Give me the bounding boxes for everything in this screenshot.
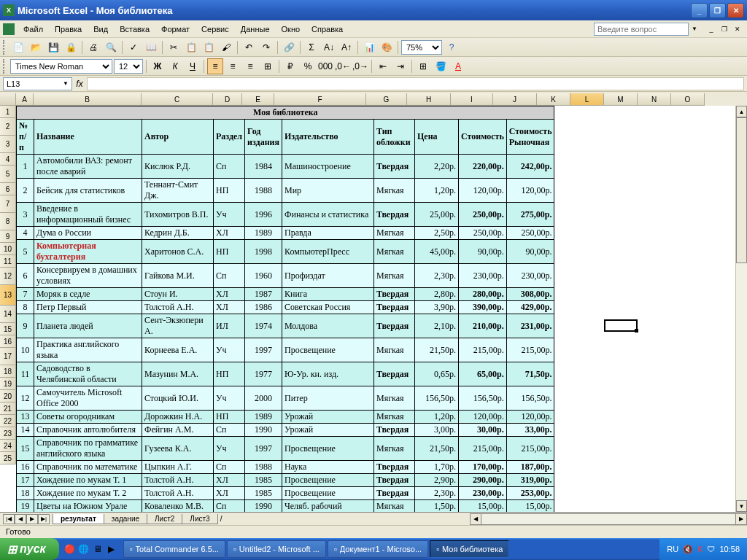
menu-правка[interactable]: Правка xyxy=(49,23,88,36)
menu-справка[interactable]: Справка xyxy=(306,23,349,36)
antivirus-icon[interactable]: K xyxy=(697,545,703,553)
row-header-21[interactable]: 21 xyxy=(0,402,16,415)
percent-icon[interactable]: % xyxy=(300,58,316,74)
col-header-H[interactable]: H xyxy=(407,93,451,106)
row-header-18[interactable]: 18 xyxy=(0,365,16,378)
sheet-tab-задание[interactable]: задание xyxy=(104,514,147,524)
font-combo[interactable]: Times New Roman xyxy=(10,59,112,74)
research-icon[interactable]: 📖 xyxy=(143,39,159,55)
sheet-tab-результат[interactable]: результат xyxy=(53,514,104,524)
horizontal-scrollbar[interactable]: ◀ ▶ xyxy=(470,513,747,525)
zoom-combo[interactable]: 75% xyxy=(401,40,442,55)
row-header-7[interactable]: 7 xyxy=(0,195,16,213)
tray-icon[interactable]: 🔇 xyxy=(683,545,693,554)
print-icon[interactable]: 🖨 xyxy=(85,39,101,55)
spellcheck-icon[interactable]: ✓ xyxy=(125,39,142,55)
cut-icon[interactable]: ✂ xyxy=(166,39,182,55)
hyperlink-icon[interactable]: 🔗 xyxy=(281,39,297,55)
next-sheet-icon[interactable]: ▶ xyxy=(26,514,38,524)
borders-icon[interactable]: ⊞ xyxy=(415,58,431,74)
align-center-icon[interactable]: ≡ xyxy=(225,58,241,74)
row-header-8[interactable]: 8 xyxy=(0,213,16,230)
sheet-tab-Лист3[interactable]: Лист3 xyxy=(182,514,217,524)
copy-icon[interactable]: 📋 xyxy=(183,39,199,55)
help-search[interactable] xyxy=(594,23,689,36)
paste-icon[interactable]: 📋 xyxy=(201,39,217,55)
sort-asc-icon[interactable]: A↓ xyxy=(321,39,337,55)
menu-вид[interactable]: Вид xyxy=(88,23,114,36)
row-header-13[interactable]: 13 xyxy=(0,285,16,306)
undo-icon[interactable]: ↶ xyxy=(241,39,257,55)
first-sheet-icon[interactable]: |◀ xyxy=(3,514,15,524)
increase-decimal-icon[interactable]: ,0← xyxy=(335,58,351,74)
sheet-tab-Лист2[interactable]: Лист2 xyxy=(147,514,182,524)
chevron-down-icon[interactable]: ▼ xyxy=(63,80,69,87)
align-left-icon[interactable]: ≡ xyxy=(207,58,223,74)
cells-area[interactable]: Моя библиотека№ п/пНазваниеАвторРазделГо… xyxy=(16,106,747,512)
scroll-right-icon[interactable]: ▶ xyxy=(735,513,747,525)
row-header-20[interactable]: 20 xyxy=(0,390,16,402)
clock[interactable]: 10:58 xyxy=(719,545,740,553)
row-header-14[interactable]: 14 xyxy=(0,306,16,323)
col-header-F[interactable]: F xyxy=(274,93,366,106)
select-all-corner[interactable] xyxy=(0,93,16,106)
last-sheet-icon[interactable]: ▶| xyxy=(38,514,50,524)
row-header-4[interactable]: 4 xyxy=(0,153,16,166)
scroll-thumb[interactable] xyxy=(736,117,747,263)
col-header-E[interactable]: E xyxy=(242,93,274,106)
decrease-decimal-icon[interactable]: ,0→ xyxy=(352,58,368,74)
row-header-15[interactable]: 15 xyxy=(0,323,16,335)
menu-окно[interactable]: Окно xyxy=(276,23,306,36)
formula-input[interactable] xyxy=(87,77,744,90)
close-button[interactable]: ✕ xyxy=(727,3,744,18)
help-dropdown-icon[interactable]: ▼ xyxy=(692,26,697,32)
row-header-12[interactable]: 12 xyxy=(0,268,16,285)
opera-icon[interactable]: 🔴 xyxy=(63,541,77,557)
row-header-19[interactable]: 19 xyxy=(0,378,16,390)
col-header-A[interactable]: A xyxy=(16,93,34,106)
desktop-icon[interactable]: 🖥 xyxy=(91,541,104,557)
col-header-J[interactable]: J xyxy=(493,93,537,106)
menu-файл[interactable]: Файл xyxy=(18,23,49,36)
currency-icon[interactable]: ₽ xyxy=(282,58,298,74)
permissions-icon[interactable]: 🔒 xyxy=(63,39,79,55)
row-header-1[interactable]: 1 xyxy=(0,106,16,118)
new-icon[interactable]: 📄 xyxy=(10,39,26,55)
row-header-17[interactable]: 17 xyxy=(0,348,16,365)
menu-вставка[interactable]: Вставка xyxy=(114,23,155,36)
data-table[interactable]: Моя библиотека№ п/пНазваниеАвторРазделГо… xyxy=(16,106,554,512)
autosum-icon[interactable]: Σ xyxy=(303,39,320,55)
row-header-10[interactable]: 10 xyxy=(0,243,16,255)
col-header-B[interactable]: B xyxy=(34,93,142,106)
scroll-down-icon[interactable]: ▼ xyxy=(736,500,747,512)
row-header-5[interactable]: 5 xyxy=(0,166,16,183)
taskbar-task[interactable]: ▫Untitled2 - Microsoft ... xyxy=(227,540,326,558)
row-header-24[interactable]: 24 xyxy=(0,440,16,452)
row-header-23[interactable]: 23 xyxy=(0,427,16,440)
fill-color-icon[interactable]: 🪣 xyxy=(433,58,449,74)
prev-sheet-icon[interactable]: ◀ xyxy=(15,514,26,524)
col-header-G[interactable]: G xyxy=(366,93,407,106)
col-header-D[interactable]: D xyxy=(213,93,242,106)
merge-icon[interactable]: ⊞ xyxy=(260,58,276,74)
save-icon[interactable]: 💾 xyxy=(45,39,61,55)
row-header-11[interactable]: 11 xyxy=(0,255,16,268)
name-box[interactable]: L13▼ xyxy=(3,77,72,90)
doc-close-button[interactable]: ✕ xyxy=(732,23,743,35)
col-header-I[interactable]: I xyxy=(451,93,493,106)
maximize-button[interactable]: ❐ xyxy=(709,3,726,18)
comma-icon[interactable]: 000 xyxy=(317,58,333,74)
sort-desc-icon[interactable]: A↑ xyxy=(338,39,355,55)
underline-icon[interactable]: Ч xyxy=(185,58,201,74)
help-icon[interactable]: ? xyxy=(444,39,460,55)
start-button[interactable]: ⊞пуск xyxy=(0,538,59,560)
redo-icon[interactable]: ↷ xyxy=(258,39,274,55)
col-header-N[interactable]: N xyxy=(638,93,671,106)
row-header-9[interactable]: 9 xyxy=(0,230,16,243)
taskbar-task[interactable]: ▫Total Commander 6.5... xyxy=(123,540,225,558)
chart-icon[interactable]: 📊 xyxy=(361,39,377,55)
drawing-icon[interactable]: 🎨 xyxy=(379,39,395,55)
menu-сервис[interactable]: Сервис xyxy=(196,23,235,36)
minimize-button[interactable]: _ xyxy=(691,3,708,18)
shield-icon[interactable]: 🛡 xyxy=(707,545,715,553)
